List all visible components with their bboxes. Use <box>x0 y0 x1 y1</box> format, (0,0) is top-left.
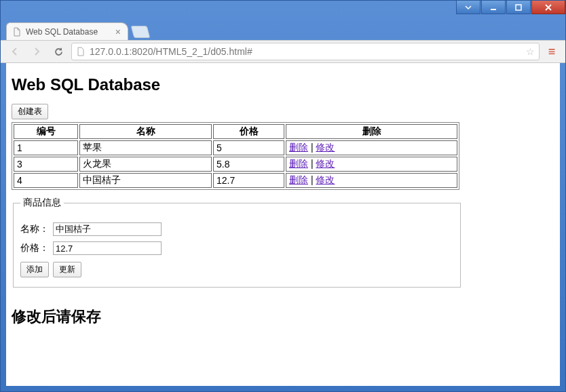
product-form: 商品信息 名称： 价格： 添加 更新 <box>13 197 461 288</box>
products-table: 编号 名称 价格 删除 1苹果5删除 | 修改3火龙果5.8删除 | 修改4中国… <box>12 122 459 190</box>
tab-strip: Web SQL Database × <box>1 20 565 40</box>
cell-id: 1 <box>14 140 78 155</box>
table-header-row: 编号 名称 价格 删除 <box>14 124 457 139</box>
cell-price: 12.7 <box>213 173 284 188</box>
price-label: 价格： <box>20 242 49 254</box>
cell-price: 5.8 <box>213 157 284 172</box>
minimize-button[interactable] <box>481 1 506 14</box>
delete-link[interactable]: 删除 <box>289 158 308 169</box>
cell-name: 苹果 <box>79 140 212 155</box>
browser-toolbar: 127.0.0.1:8020/HTML5_2_1/d05.html# ☆ ≡ <box>1 40 565 63</box>
cell-name: 火龙果 <box>79 157 212 172</box>
file-icon <box>12 27 22 37</box>
form-legend: 商品信息 <box>20 197 64 209</box>
svg-rect-1 <box>516 5 521 10</box>
footer-heading: 修改后请保存 <box>12 307 554 327</box>
url-text: 127.0.0.1:8020/HTML5_2_1/d05.html# <box>90 46 252 57</box>
page-heading: Web SQL Database <box>12 75 554 94</box>
menu-button[interactable]: ≡ <box>544 45 560 59</box>
col-price: 价格 <box>213 124 284 139</box>
table-row: 1苹果5删除 | 修改 <box>14 140 457 155</box>
forward-button[interactable] <box>28 43 45 60</box>
browser-window: Web SQL Database × 127.0.0.1:8020/HTML5_… <box>0 0 566 392</box>
page-icon <box>76 47 86 56</box>
tab-title: Web SQL Database <box>26 27 98 37</box>
delete-link[interactable]: 删除 <box>289 174 308 185</box>
tab-close-icon[interactable]: × <box>115 27 121 37</box>
cell-actions: 删除 | 修改 <box>286 157 457 172</box>
svg-rect-0 <box>491 9 496 10</box>
reload-button[interactable] <box>50 43 67 60</box>
cell-id: 4 <box>14 173 78 188</box>
col-id: 编号 <box>14 124 78 139</box>
col-name: 名称 <box>79 124 212 139</box>
table-row: 3火龙果5.8删除 | 修改 <box>14 157 457 172</box>
edit-link[interactable]: 修改 <box>316 174 335 185</box>
create-table-button[interactable]: 创建表 <box>12 104 48 119</box>
cell-price: 5 <box>213 140 284 155</box>
maximize-button[interactable] <box>506 1 531 14</box>
url-bar[interactable]: 127.0.0.1:8020/HTML5_2_1/d05.html# ☆ <box>71 43 540 60</box>
dropdown-button[interactable] <box>456 1 480 14</box>
cell-actions: 删除 | 修改 <box>286 173 457 188</box>
page-viewport: Web SQL Database 创建表 编号 名称 价格 删除 1苹果5删除 … <box>6 63 560 386</box>
col-action: 删除 <box>286 124 457 139</box>
back-button[interactable] <box>6 43 24 60</box>
cell-name: 中国桔子 <box>79 173 212 188</box>
delete-link[interactable]: 删除 <box>289 142 308 153</box>
name-label: 名称： <box>20 223 49 235</box>
cell-id: 3 <box>14 157 78 172</box>
new-tab-button[interactable] <box>131 26 151 38</box>
name-input[interactable] <box>53 222 162 236</box>
edit-link[interactable]: 修改 <box>316 158 335 169</box>
price-input[interactable] <box>53 241 162 255</box>
close-button[interactable] <box>531 1 565 14</box>
cell-actions: 删除 | 修改 <box>286 140 457 155</box>
browser-tab[interactable]: Web SQL Database × <box>6 22 128 40</box>
bookmark-star-icon[interactable]: ☆ <box>526 46 535 57</box>
add-button[interactable]: 添加 <box>20 262 49 277</box>
update-button[interactable]: 更新 <box>53 262 81 277</box>
window-titlebar <box>1 1 565 20</box>
edit-link[interactable]: 修改 <box>316 142 335 153</box>
table-row: 4中国桔子12.7删除 | 修改 <box>14 173 457 188</box>
